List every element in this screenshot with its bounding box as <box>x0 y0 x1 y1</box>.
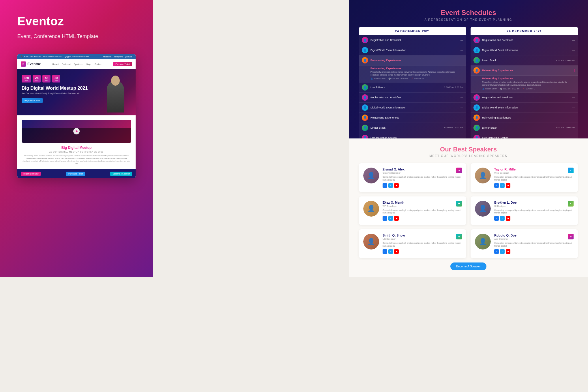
schedules-content: Event Schedules A Representation Of The … <box>359 9 392 138</box>
left-panel: Eventoz Event, Conference HTML Template.… <box>0 0 153 277</box>
countdown-days: 320 Days <box>22 75 31 82</box>
speaker-info: Zisnad Q. Alex Graphic Designer ★ Comple… <box>383 168 392 188</box>
schedule-name: Digital World Event Information <box>370 106 392 109</box>
brand-title: Eventoz <box>17 14 136 28</box>
schedule-name: Reinventing Experiences <box>370 116 392 119</box>
speaker-top: Smith Q. Show UK Designer ◆ <box>383 234 392 242</box>
schedule-avatar: 👤 <box>362 47 368 53</box>
topbar-left: 📞 +0881234 567 890 Obere Hallenstrasse, … <box>21 55 89 58</box>
speaker-card: 👤 Smith Q. Show UK Designer ◆ Completely… <box>359 229 392 258</box>
meetup-description: Phasellenty ntrate principle centered ne… <box>22 155 131 165</box>
mini-video-section: Big Digital Meetup About Digital Meetup … <box>17 115 136 169</box>
schedule-item: 👤 Digital World Event Information — <box>359 45 392 55</box>
topbar-right: facebook instagram youtube <box>103 56 132 58</box>
speaker-card: 👤 Zisnad Q. Alex Graphic Designer ★ Comp… <box>359 163 392 192</box>
countdown-minutes: 48 Mins <box>42 75 50 82</box>
facebook-link[interactable]: facebook <box>103 56 111 58</box>
schedule-name: Digital World Event Information <box>370 49 392 52</box>
speaker-info: Ekez O. Menth WP Developer ◆ Completely … <box>383 201 392 221</box>
mini-topbar: 📞 +0881234 567 890 Obere Hallenstrasse, … <box>17 54 136 59</box>
person-body <box>107 81 124 112</box>
speaker-role: Graphic Designer <box>383 172 392 174</box>
speaker-name: Zisnad Q. Alex <box>383 168 392 171</box>
schedule-item: 👤 Live Marketing Section — <box>359 133 392 138</box>
speakers-panel: Our Best Speakers Meet Our World's Leadi… <box>349 138 392 277</box>
speakers-subtitle: Meet Our World's Leading Speakers <box>359 154 392 157</box>
schedule-avatar: 👤 <box>362 57 368 63</box>
schedules-title: Event Schedules <box>359 9 392 17</box>
event-schedules-panel: Event Schedules A Representation Of The … <box>349 0 392 138</box>
footer-become-speaker-button[interactable]: Become A Speaker <box>110 172 132 176</box>
schedule-item: 👤 Registration and Breakfast — <box>359 35 392 45</box>
twitter-button[interactable]: t <box>388 216 392 221</box>
play-button[interactable] <box>73 128 80 134</box>
footer-registration-button[interactable]: Registration Now <box>21 172 41 176</box>
schedule-avatar: 👤 <box>362 125 368 131</box>
mini-footer: Registration Now Purchase Ticket Become … <box>17 169 136 178</box>
speaker-social: f t ▶ <box>383 183 392 188</box>
nav-home[interactable]: Home+ <box>52 63 59 65</box>
mini-nav-links: Home+ Features+ Speakers+ Blog+ Contact <box>52 63 101 65</box>
speaker-name: Smith Q. Show <box>383 234 392 237</box>
meta-person: 👤 Robert Smith <box>370 78 385 80</box>
speaker-photo: 👤 <box>363 234 379 250</box>
expanded-meta: 👤 Robert Smith 🕐 8:00 am - 9:00 am 📍 Sum… <box>370 78 392 80</box>
brand-subtitle: Event, Conference HTML Template. <box>17 33 136 40</box>
person-head <box>111 76 120 86</box>
expanded-title: Reinventing Experiences <box>370 67 392 70</box>
address-info: Obere Hallenstrasse, Lugaggia, Switzerla… <box>43 55 89 58</box>
twitter-button[interactable]: t <box>388 183 392 188</box>
meta-time: 🕐 8:00 am - 9:00 am <box>388 78 392 80</box>
schedule-item: 👤 Dinner Brack 8:00 Pm - 9:00 Pm <box>359 123 392 133</box>
schedule-name: Dinner Brack <box>370 126 392 129</box>
speaker-photo-bg: 👤 <box>363 201 379 217</box>
nav-contact[interactable]: Contact <box>95 63 102 65</box>
speaker-name-role: Zisnad Q. Alex Graphic Designer <box>383 168 392 176</box>
mini-hero: 320 Days 24 Hour 48 Mins 38 Secs Big Dig… <box>17 69 136 115</box>
expanded-text: Phasellenty ntrate principle centered ne… <box>370 71 392 76</box>
speaker-face-icon: 👤 <box>363 234 379 250</box>
speaker-top: Zisnad Q. Alex Graphic Designer ★ <box>383 168 392 176</box>
facebook-button[interactable]: f <box>383 249 387 254</box>
schedule-expanded: Reinventing Experiences Phasellenty ntra… <box>359 65 392 82</box>
speaker-name: Ekez O. Menth <box>383 201 392 204</box>
speakers-grid: 👤 Zisnad Q. Alex Graphic Designer ★ Comp… <box>359 163 392 258</box>
nav-features[interactable]: Features+ <box>62 63 71 65</box>
twitter-button[interactable]: t <box>388 249 392 254</box>
facebook-button[interactable]: f <box>383 216 387 221</box>
nav-speakers[interactable]: Speakers+ <box>74 63 84 65</box>
footer-purchase-button[interactable]: Purchase Ticket <box>66 172 85 176</box>
nav-blog[interactable]: Blog+ <box>87 63 92 65</box>
schedule-avatar: 👤 <box>362 104 368 111</box>
speaker-desc: Completely concepus high ending qualig n… <box>383 209 392 215</box>
schedule-name: Lunch Brack <box>370 86 392 89</box>
speaker-card: 👤 Ekez O. Menth WP Developer ◆ Completel… <box>359 196 392 225</box>
instagram-link[interactable]: instagram <box>114 56 123 58</box>
mini-purchase-button[interactable]: Purchase Ticket <box>113 62 132 66</box>
youtube-link[interactable]: youtube <box>125 56 132 58</box>
speaker-photo: 👤 <box>363 201 379 217</box>
meetup-subtitle: About Digital Meetup Conference 2021 <box>22 151 131 153</box>
schedule-avatar: 👤 <box>362 37 368 43</box>
mini-nav: E Eventoz Home+ Features+ Speakers+ Blog… <box>17 59 136 69</box>
schedule-name-active: Reinventing Experiences <box>370 59 392 62</box>
video-thumbnail[interactable] <box>22 120 131 143</box>
schedule-col-left: 24 DECEMBER 2021 👤 Registration and Brea… <box>359 27 392 138</box>
speaker-face-icon: 👤 <box>363 168 379 183</box>
schedule-avatar: 👤 <box>362 84 368 91</box>
hero-cta-button[interactable]: Registration Now <box>22 98 43 103</box>
schedule-avatar: 👤 <box>362 115 368 121</box>
schedule-name: Live Marketing Section <box>370 136 392 138</box>
schedule-item-active: 👤 Reinventing Experiences | <box>359 55 392 65</box>
schedule-item: 👤 Registration and Breakfast — <box>359 93 392 103</box>
speaker-info: Smith Q. Show UK Designer ◆ Completely c… <box>383 234 392 254</box>
phone-icon: 📞 +0881234 567 890 <box>21 55 41 58</box>
speaker-social: f t ▶ <box>383 216 392 221</box>
mini-site-preview: 📞 +0881234 567 890 Obere Hallenstrasse, … <box>17 54 136 178</box>
facebook-button[interactable]: f <box>383 183 387 188</box>
schedule-item: 👤 Digital World Event Information — <box>359 103 392 113</box>
speaker-photo-bg: 👤 <box>363 234 379 250</box>
speaker-face-icon: 👤 <box>363 201 379 217</box>
meetup-title: Big Digital Meetup <box>22 146 131 150</box>
countdown-seconds: 38 Secs <box>52 75 60 82</box>
